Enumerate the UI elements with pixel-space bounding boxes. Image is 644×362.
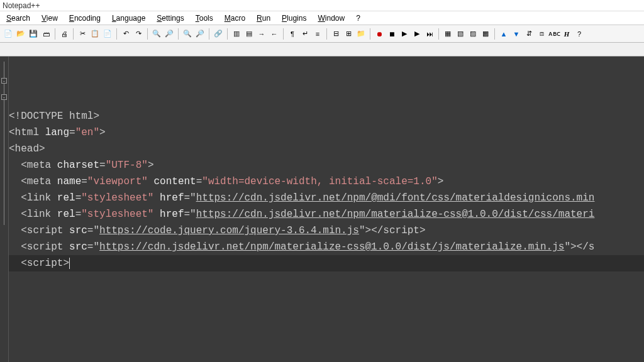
save-all-icon[interactable]: 🗃 <box>40 28 52 40</box>
bm-icon[interactable]: ⧈ <box>536 28 547 40</box>
fold-gutter: - - <box>0 57 9 362</box>
dup-icon[interactable]: ⇵ <box>523 28 535 40</box>
ww1-icon[interactable]: ▥ <box>231 28 242 40</box>
indent-guide-icon[interactable]: ≡ <box>312 28 323 40</box>
menu-item-view[interactable]: View <box>36 13 63 24</box>
code-line[interactable]: <meta charset="UTF-8"> <box>9 157 644 173</box>
menu-item-window[interactable]: Window <box>313 13 350 24</box>
code-line[interactable]: <head> <box>9 141 644 157</box>
toolbar-separator <box>73 28 74 40</box>
fold-toggle-icon[interactable]: - <box>1 78 7 84</box>
code-line[interactable]: <!DOCTYPE html> <box>9 108 644 124</box>
outdent-icon[interactable]: ← <box>269 28 280 40</box>
app-title: Notepad++ <box>3 1 40 10</box>
?-icon[interactable]: ? <box>574 28 585 40</box>
ww2-icon[interactable]: ▤ <box>243 28 255 40</box>
fold-icon[interactable]: ⊟ <box>330 28 341 40</box>
print-icon[interactable]: 🖨 <box>58 28 70 40</box>
toolbar-separator <box>370 28 370 40</box>
rec-icon[interactable]: ⏺ <box>374 28 385 40</box>
code-area[interactable]: <!DOCTYPE html><html lang="en"><head> <m… <box>0 106 644 272</box>
menu-bar: SearchViewEncodingLanguageSettingsToolsM… <box>0 11 644 25</box>
redo-icon[interactable]: ↷ <box>133 28 144 40</box>
toolbar-separator <box>209 28 209 40</box>
fold-guide-line <box>4 62 4 225</box>
toolbar-separator <box>283 28 284 40</box>
folder-icon[interactable]: 📁 <box>355 28 367 40</box>
paste-icon[interactable]: 📄 <box>102 28 113 40</box>
open-icon[interactable]: 📂 <box>15 28 26 40</box>
save-icon[interactable]: 💾 <box>28 28 39 40</box>
p2-icon[interactable]: ▧ <box>455 28 466 40</box>
zoom-in-icon[interactable]: 🔍 <box>182 28 193 40</box>
tab-bar[interactable] <box>0 43 644 57</box>
code-line[interactable]: <link rel="stylesheet" href="https://cdn… <box>9 190 644 206</box>
toolbar-separator <box>55 28 55 40</box>
toolbar-separator <box>494 28 495 40</box>
menu-item-tools[interactable]: Tools <box>191 13 218 24</box>
toolbar-separator <box>147 28 148 40</box>
cut-icon[interactable]: ✂ <box>77 28 88 40</box>
fold-toggle-icon[interactable]: - <box>1 94 7 100</box>
toolbar-separator <box>326 28 327 40</box>
ffwd-icon[interactable]: ⏭ <box>424 28 435 40</box>
toolbar-separator <box>178 28 179 40</box>
undo-icon[interactable]: ↶ <box>120 28 131 40</box>
play-icon[interactable]: ▶ <box>399 28 410 40</box>
menu-item-?[interactable]: ? <box>351 13 365 24</box>
menu-item-macro[interactable]: Macro <box>219 13 250 24</box>
indent-icon[interactable]: → <box>256 28 267 40</box>
code-line[interactable]: <script> <box>9 255 644 272</box>
play2-icon[interactable]: ▶ <box>411 28 423 40</box>
new-icon[interactable]: 📄 <box>3 28 14 40</box>
replace-icon[interactable]: 🔎 <box>164 28 175 40</box>
toolbar-separator <box>227 28 228 40</box>
code-line[interactable]: <html lang="en"> <box>9 124 644 141</box>
menu-item-settings[interactable]: Settings <box>152 13 189 24</box>
H-icon[interactable]: H <box>561 28 572 40</box>
code-line[interactable]: <script src="https://code.jquery.com/jqu… <box>9 222 644 239</box>
toolbar: 📄📂💾🗃🖨✂📋📄↶↷🔍🔎🔍🔎🔗▥▤→←¶↵≡⊟⊞📁⏺⏹▶▶⏭▦▧▨▩▲▼⇵⧈ᴀʙ… <box>0 25 644 43</box>
menu-item-language[interactable]: Language <box>107 13 150 24</box>
code-editor[interactable]: - - <!DOCTYPE html><html lang="en"><head… <box>0 57 644 362</box>
menu-item-plugins[interactable]: Plugins <box>277 13 311 24</box>
menu-item-search[interactable]: Search <box>1 13 35 24</box>
toolbar-separator <box>438 28 439 40</box>
p1-icon[interactable]: ▦ <box>442 28 453 40</box>
code-line[interactable]: <link rel="stylesheet" href="https://cdn… <box>9 206 644 222</box>
abc-icon[interactable]: ᴀʙᴄ <box>548 28 560 40</box>
find-icon[interactable]: 🔍 <box>151 28 162 40</box>
sync-icon[interactable]: 🔗 <box>213 28 224 40</box>
text-cursor <box>69 258 70 269</box>
p4-icon[interactable]: ▩ <box>480 28 491 40</box>
down-icon[interactable]: ▼ <box>511 28 522 40</box>
stop-icon[interactable]: ⏹ <box>386 28 397 40</box>
title-bar: Notepad++ <box>0 0 644 11</box>
unfold-icon[interactable]: ⊞ <box>343 28 354 40</box>
para-icon[interactable]: ¶ <box>287 28 298 40</box>
menu-item-run[interactable]: Run <box>252 13 275 24</box>
menu-item-encoding[interactable]: Encoding <box>64 13 106 24</box>
copy-icon[interactable]: 📋 <box>89 28 101 40</box>
zoom-out-icon[interactable]: 🔎 <box>194 28 206 40</box>
p3-icon[interactable]: ▨ <box>467 28 479 40</box>
code-line[interactable]: <meta name="viewport" content="width=dev… <box>9 173 644 190</box>
toolbar-separator <box>116 28 117 40</box>
eol-icon[interactable]: ↵ <box>299 28 311 40</box>
up-icon[interactable]: ▲ <box>498 28 509 40</box>
code-line[interactable]: <script src="https://cdn.jsdelivr.net/np… <box>9 239 644 255</box>
